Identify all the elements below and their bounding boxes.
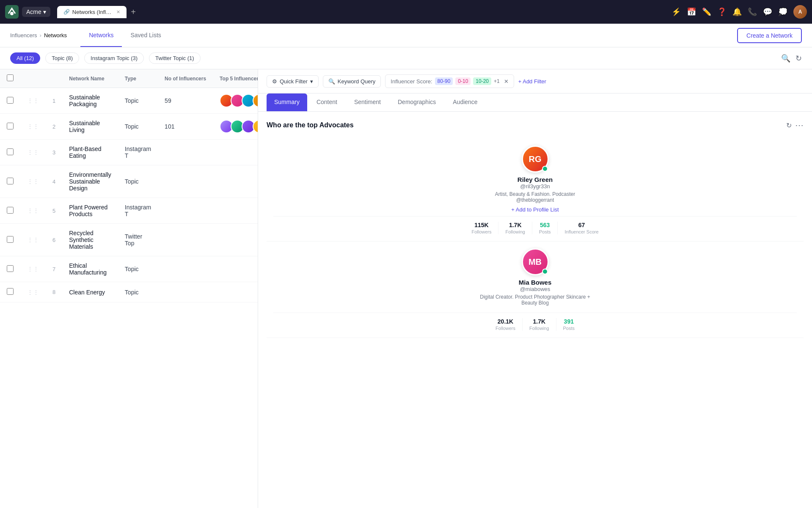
tab-audience[interactable]: Audience bbox=[445, 93, 485, 111]
score-tag-3[interactable]: 10-20 bbox=[473, 77, 491, 85]
select-all-checkbox[interactable] bbox=[7, 74, 14, 81]
row-checkbox[interactable] bbox=[7, 236, 14, 243]
user-avatar[interactable]: A bbox=[793, 5, 807, 19]
breadcrumb-parent[interactable]: Influencers bbox=[10, 32, 37, 38]
table-row[interactable]: ⋮⋮ 5 Plant Powered Products Instagram T bbox=[0, 198, 258, 224]
score-tag-2[interactable]: 0-10 bbox=[455, 77, 471, 85]
score-tag-1[interactable]: 80-90 bbox=[435, 77, 453, 85]
keyword-query-button[interactable]: 🔍 Keyword Query bbox=[323, 75, 381, 88]
quick-filter-button[interactable]: ⚙ Quick Filter ▾ bbox=[267, 75, 319, 88]
filter-chip-instagram[interactable]: Instagram Topic (3) bbox=[84, 52, 144, 64]
tab-summary[interactable]: Summary bbox=[267, 93, 307, 111]
section-refresh-button[interactable]: ↻ bbox=[786, 120, 792, 130]
influencer-bio: Digital Creator. Product Photographer Sk… bbox=[476, 294, 595, 306]
row-checkbox[interactable] bbox=[7, 265, 14, 272]
table-row[interactable]: ⋮⋮ 3 Plant-Based Eating Instagram T bbox=[0, 140, 258, 165]
help-icon[interactable]: ❓ bbox=[717, 7, 727, 16]
drag-handle[interactable]: ⋮⋮ bbox=[20, 256, 46, 282]
stat-influencer-score: 67 Influencer Score bbox=[558, 222, 605, 234]
tab-content[interactable]: Content bbox=[309, 93, 345, 111]
message-icon[interactable]: 💭 bbox=[778, 7, 787, 16]
tab-close-button[interactable]: ✕ bbox=[116, 9, 120, 15]
networks-table: Network Name Type No of Influencers Top … bbox=[0, 69, 258, 302]
filter-actions: 🔍 ↻ bbox=[781, 54, 802, 63]
drag-handle[interactable]: ⋮⋮ bbox=[20, 140, 46, 165]
network-name: Recycled Synthetic Materials bbox=[62, 224, 118, 256]
stat-score-value: 67 bbox=[578, 222, 585, 228]
section-more-button[interactable]: ⋯ bbox=[795, 120, 804, 130]
table-row[interactable]: ⋮⋮ 7 Ethical Manufacturing Topic bbox=[0, 256, 258, 282]
drag-handle[interactable]: ⋮⋮ bbox=[20, 88, 46, 114]
drag-handle[interactable]: ⋮⋮ bbox=[20, 282, 46, 302]
row-number: 3 bbox=[46, 140, 62, 165]
row-checkbox[interactable] bbox=[7, 207, 14, 214]
search-button[interactable]: 🔍 bbox=[781, 54, 790, 63]
drag-handle[interactable]: ⋮⋮ bbox=[20, 198, 46, 224]
filter-bar: All (12) Topic (8) Instagram Topic (3) T… bbox=[0, 47, 812, 69]
network-type: Topic bbox=[118, 114, 158, 140]
top-nav: Influencers › Networks Networks Saved Li… bbox=[0, 24, 812, 47]
chat-icon[interactable]: 💬 bbox=[763, 7, 772, 16]
phone-icon[interactable]: 📞 bbox=[748, 7, 757, 16]
network-name: Plant-Based Eating bbox=[62, 140, 118, 165]
row-number: 6 bbox=[46, 224, 62, 256]
row-number: 4 bbox=[46, 165, 62, 198]
score-label: Influencer Score: bbox=[391, 78, 432, 85]
influencer-avatar-wrap: MB bbox=[522, 248, 549, 275]
table-row[interactable]: ⋮⋮ 4 Environmentally Sustainable Design … bbox=[0, 165, 258, 198]
refresh-button[interactable]: ↻ bbox=[795, 54, 802, 63]
col-network-name: Network Name bbox=[62, 69, 118, 88]
calendar-icon[interactable]: 📅 bbox=[687, 7, 696, 16]
chevron-down-icon: ▾ bbox=[310, 78, 313, 85]
app-name-button[interactable]: Acme ▾ bbox=[22, 7, 50, 17]
score-plus: +1 bbox=[494, 78, 500, 84]
drag-handle[interactable]: ⋮⋮ bbox=[20, 165, 46, 198]
drag-handle[interactable]: ⋮⋮ bbox=[20, 114, 46, 140]
stat-following: 1.7K Following bbox=[498, 222, 532, 234]
influencer-count: 101 bbox=[158, 114, 213, 140]
drag-handle[interactable]: ⋮⋮ bbox=[20, 224, 46, 256]
notification-icon[interactable]: 🔔 bbox=[732, 7, 742, 16]
edit-icon[interactable]: ✏️ bbox=[702, 7, 711, 16]
row-checkbox[interactable] bbox=[7, 148, 14, 155]
top-influencers-cell bbox=[213, 224, 258, 256]
table-row[interactable]: ⋮⋮ 6 Recycled Synthetic Materials Twitte… bbox=[0, 224, 258, 256]
create-network-button[interactable]: Create a Network bbox=[737, 28, 802, 43]
table-row[interactable]: ⋮⋮ 8 Clean Energy Topic bbox=[0, 282, 258, 302]
section-actions: ↻ ⋯ bbox=[786, 120, 804, 130]
app-logo[interactable] bbox=[5, 5, 19, 19]
filter-chip-twitter[interactable]: Twitter Topic (1) bbox=[149, 52, 201, 64]
filter-chip-all[interactable]: All (12) bbox=[10, 52, 40, 64]
content-area: Network Name Type No of Influencers Top … bbox=[0, 69, 812, 508]
row-checkbox[interactable] bbox=[7, 288, 14, 295]
detail-filter-bar: ⚙ Quick Filter ▾ 🔍 Keyword Query Influen… bbox=[258, 69, 812, 93]
table-row[interactable]: ⋮⋮ 1 Sustainable Packaging Topic 59 bbox=[0, 88, 258, 114]
stat-posts-value: 391 bbox=[564, 318, 574, 325]
influencer-stats: 20.1K Followers 1.7K Following 391 Posts bbox=[273, 313, 797, 331]
row-checkbox[interactable] bbox=[7, 123, 14, 129]
tab-sentiment[interactable]: Sentiment bbox=[347, 93, 388, 111]
add-filter-button[interactable]: + Add Filter bbox=[518, 78, 546, 85]
new-tab-button[interactable]: + bbox=[127, 5, 139, 19]
table-row[interactable]: ⋮⋮ 2 Sustainable Living Topic 101 bbox=[0, 114, 258, 140]
stat-following: 1.7K Following bbox=[523, 318, 556, 331]
breadcrumb-current: Networks bbox=[44, 32, 67, 38]
influencer-count bbox=[158, 140, 213, 165]
filter-chip-topic[interactable]: Topic (8) bbox=[45, 52, 79, 64]
add-to-profile-list-button[interactable]: + Add to Profile List bbox=[511, 206, 559, 213]
top-influencers-cell bbox=[213, 88, 258, 114]
tab-demographics[interactable]: Demographics bbox=[390, 93, 443, 111]
network-name: Sustainable Packaging bbox=[62, 88, 118, 114]
stat-followers-value: 115K bbox=[474, 222, 488, 228]
title-bar-actions: ⚡ 📅 ✏️ ❓ 🔔 📞 💬 💭 A bbox=[672, 5, 807, 19]
row-checkbox[interactable] bbox=[7, 97, 14, 104]
tab-networks[interactable]: Networks bbox=[80, 24, 122, 47]
lightning-icon[interactable]: ⚡ bbox=[672, 7, 681, 16]
network-type: Instagram T bbox=[118, 140, 158, 165]
row-checkbox[interactable] bbox=[7, 178, 14, 184]
score-close-button[interactable]: ✕ bbox=[504, 78, 509, 85]
stat-posts-value: 563 bbox=[540, 222, 550, 228]
app-name-label: Acme bbox=[26, 8, 41, 15]
active-tab[interactable]: 🔗 Networks (Infl… ✕ bbox=[57, 6, 127, 18]
tab-saved-lists[interactable]: Saved Lists bbox=[122, 24, 169, 47]
